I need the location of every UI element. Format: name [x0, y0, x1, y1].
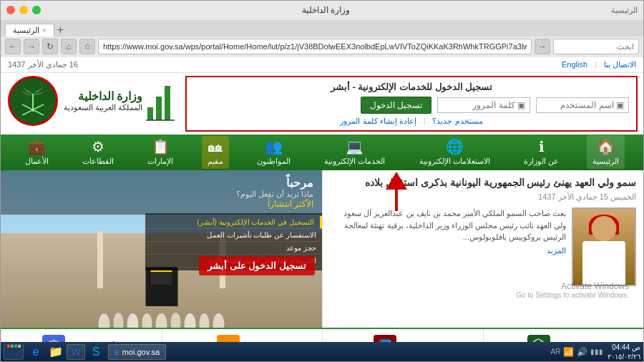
logo-main-text: وزارة الداخلية — [64, 89, 142, 103]
service-item-1[interactable]: التسجيل في الخدمات الإلكترونية (أبشر) — [145, 216, 322, 229]
taskbar-word[interactable]: W — [67, 344, 85, 360]
taskbar-right: AR 📶 🔊 ▮▮▮ 04:44 ص ٢٠١٥/٠٢/٢٦ — [551, 343, 640, 361]
home-nav-button[interactable]: ⌂ — [61, 39, 77, 54]
traffic-service[interactable]: المرور 🚗 — [162, 329, 323, 343]
logo-text: وزارة الداخلية المملكة العربية السعودية — [64, 89, 142, 112]
site-content: الاتصال بنا | English 16 جمادي الأخر 143… — [1, 57, 643, 343]
service-item-2[interactable]: الاستفسار عن طلبات تأشيرات العمل — [145, 229, 322, 242]
nav-business[interactable]: 💼 الأعمال — [19, 135, 54, 169]
traffic-icon: 🚗 — [217, 335, 240, 343]
svg-point-14 — [200, 313, 210, 328]
passport-label: الجوازات — [401, 341, 432, 343]
taskbar-clock[interactable]: 04:44 ص ٢٠١٥/٠٢/٢٦ — [608, 343, 640, 361]
nav-resident[interactable]: 🏘 مقيم — [202, 136, 229, 169]
nav-info-label: الاستعلامات الإلكترونية — [419, 157, 490, 166]
news-section: سمو ولي العهد يهنئ رئيس الجمهورية اليونا… — [322, 170, 643, 328]
eservices-icon: 💻 — [346, 138, 364, 155]
login-title: تسجيل الدخول للخدمات الإلكترونية - أبشر — [194, 82, 629, 92]
welcome-question: ماذا تريد أن تفعل اليوم؟ — [9, 190, 313, 199]
login-form: تسجيل الدخول — [194, 97, 629, 114]
svg-point-8 — [114, 313, 124, 328]
passport-service[interactable]: الجوازات 📘 — [322, 329, 483, 343]
new-tab-button[interactable]: + — [54, 24, 67, 36]
new-user-link[interactable]: مستخدم جديد؟ — [432, 117, 482, 126]
bottom-services-bar: ديوان الوزارة 🏛 الجوازات 📘 المرور 🚗 الأح… — [1, 328, 643, 343]
passport-icon: 📘 — [374, 335, 396, 343]
contact-us-link[interactable]: الاتصال بنا — [604, 60, 636, 69]
active-tab[interactable]: الرئيسية × — [5, 24, 54, 36]
nav-about[interactable]: ℹ عن الوزارة — [518, 135, 565, 169]
nav-home[interactable]: 🏠 الرئيسية — [587, 135, 625, 169]
nav-home-label: الرئيسية — [592, 157, 619, 166]
welcome-title: مرحباً — [9, 176, 313, 190]
diwan-label: ديوان الوزارة — [555, 341, 600, 343]
refresh-button[interactable]: ↻ — [42, 39, 58, 54]
svg-point-9 — [127, 313, 139, 328]
forward-button[interactable]: → — [24, 39, 39, 54]
start-button[interactable] — [4, 344, 24, 360]
login-button[interactable]: تسجيل الدخول — [361, 97, 431, 114]
nav-eservices[interactable]: 💻 الخدمات الإلكترونية — [318, 135, 391, 169]
bar-chart-icon — [146, 79, 175, 122]
taskbar-folder[interactable]: 📁 — [47, 344, 65, 360]
minaret-left — [97, 231, 103, 288]
taskbar-skype[interactable]: S — [87, 344, 105, 360]
browser-window: وزارة الداخلية الرئيسية الرئيسية × + ← →… — [0, 0, 644, 362]
nav-citizen[interactable]: 👥 المواطنون — [251, 135, 296, 169]
kaaba — [145, 267, 177, 306]
chart-icon-area — [142, 76, 178, 124]
logo-circle — [8, 76, 58, 126]
business-icon: 💼 — [28, 138, 46, 155]
taskbar-ie[interactable]: e — [26, 344, 45, 360]
green-nav: 🏠 الرئيسية ℹ عن الوزارة 🌐 الاستعلامات ال… — [1, 134, 643, 170]
site-top-header: الاتصال بنا | English 16 جمادي الأخر 143… — [1, 57, 643, 73]
browser-icon: e — [114, 347, 119, 357]
address-bar[interactable] — [98, 39, 532, 54]
search-input[interactable] — [553, 39, 639, 54]
header-date: 16 جمادي الأخر 1437 — [8, 60, 78, 69]
taskbar-browser-button[interactable]: e moi.gov.sa — [108, 344, 166, 360]
language-tray[interactable]: AR — [551, 348, 561, 356]
username-input[interactable] — [536, 97, 629, 113]
login-extra: مستخدم جديد؟ | إعادة إنشاء كلمة المرور — [194, 117, 629, 126]
forgot-password-link[interactable]: إعادة إنشاء كلمة المرور — [340, 117, 416, 126]
network-icon[interactable]: 📶 — [563, 347, 574, 357]
browser-label: moi.gov.sa — [122, 348, 160, 356]
info-icon: 🌐 — [446, 138, 464, 155]
diwan-icon: 🏛 — [527, 335, 550, 343]
news-more-link[interactable]: المزيد — [547, 246, 566, 255]
civil-service[interactable]: الأحوال المدنية 📋 — [1, 329, 162, 343]
password-input[interactable] — [437, 97, 530, 113]
maximize-button[interactable] — [32, 6, 41, 14]
nav-sectors-label: القطاعات — [82, 157, 114, 166]
traffic-label: المرور — [244, 341, 268, 343]
english-link[interactable]: English — [562, 60, 587, 69]
main-content-area: سمو ولي العهد يهنئ رئيس الجمهورية اليونا… — [1, 170, 643, 328]
back-button[interactable]: ← — [5, 39, 21, 54]
service-item-3[interactable]: حجز موعد — [145, 242, 322, 255]
go-button[interactable]: → — [535, 39, 550, 54]
volume-icon[interactable]: 🔊 — [577, 347, 587, 357]
header-links: الاتصال بنا | English — [562, 60, 636, 69]
home-icon: 🏠 — [597, 138, 615, 155]
nav-about-label: عن الوزارة — [524, 157, 559, 166]
nav-sectors[interactable]: ⚙ القطاعات — [77, 135, 119, 169]
news-date: الخميس 15 جمادي الأخر 1437 — [330, 192, 636, 202]
tab-close-icon[interactable]: × — [42, 26, 47, 34]
bookmark-button[interactable]: ☆ — [79, 39, 95, 54]
diwan-service[interactable]: ديوان الوزارة 🏛 — [483, 329, 644, 343]
title-bar: وزارة الداخلية الرئيسية — [1, 1, 643, 20]
saudi-emblem — [11, 79, 54, 122]
svg-point-12 — [171, 313, 181, 328]
welcome-popular: الأكثر انتشاراً — [9, 199, 313, 209]
battery-icon: ▮▮▮ — [590, 348, 603, 356]
nav-emirates[interactable]: 📋 الإمارات — [142, 135, 179, 169]
taskbar-apps: e 📁 W S — [24, 344, 108, 360]
nav-business-label: الأعمال — [25, 157, 49, 166]
minimize-button[interactable] — [19, 6, 28, 14]
tab-label: الرئيسية — [13, 26, 39, 35]
welcome-section: مرحباً ماذا تريد أن تفعل اليوم؟ الأكثر ا… — [1, 170, 322, 328]
nav-info[interactable]: 🌐 الاستعلامات الإلكترونية — [414, 135, 496, 169]
tab-bar: الرئيسية × + — [1, 20, 643, 36]
close-button[interactable] — [6, 6, 15, 14]
